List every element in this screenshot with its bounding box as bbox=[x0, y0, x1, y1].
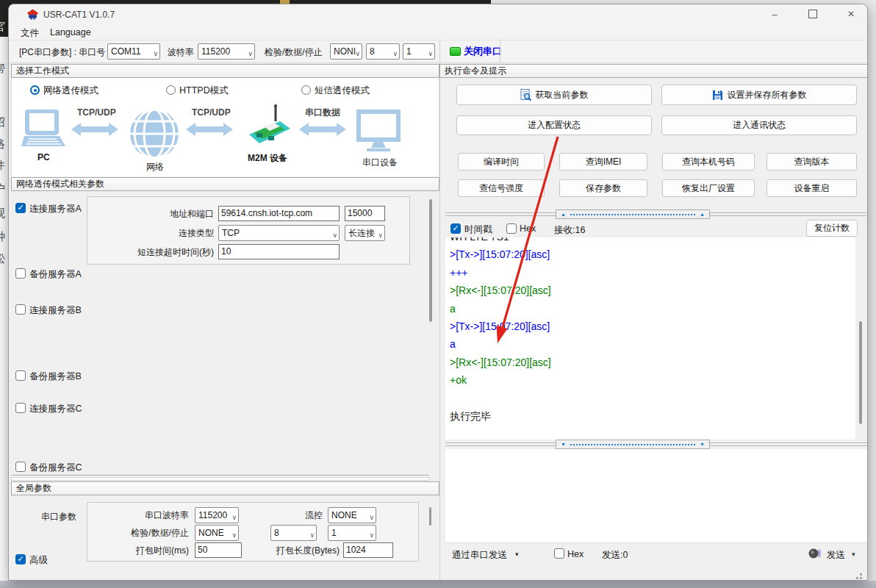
signal-strength-button[interactable]: 查信号强度 bbox=[458, 179, 545, 197]
log-line: WH LTE 7S1 bbox=[450, 237, 551, 245]
pack-len-input[interactable]: 1024 bbox=[343, 542, 393, 558]
g-stopbits-select[interactable]: 1 bbox=[328, 525, 376, 541]
advanced-label[interactable]: 高级 bbox=[29, 554, 48, 567]
radio-net-passthrough[interactable] bbox=[30, 85, 40, 95]
save-all-params-label: 设置并保存所有参数 bbox=[728, 89, 807, 101]
g-baud-label: 串口波特率 bbox=[115, 509, 189, 522]
log-line: a bbox=[450, 335, 551, 353]
enter-comm-label: 进入通讯状态 bbox=[733, 119, 786, 132]
factory-reset-button[interactable]: 恢复出厂设置 bbox=[662, 179, 755, 197]
resize-grip[interactable] bbox=[856, 577, 858, 579]
query-number-button[interactable]: 查询本机号码 bbox=[662, 153, 755, 171]
g-baud-select[interactable]: 115200 bbox=[195, 507, 239, 523]
send-hex-label[interactable]: Hex bbox=[567, 549, 584, 559]
app-logo-icon bbox=[26, 8, 39, 21]
timestamp-label[interactable]: 时间戳 bbox=[464, 223, 492, 236]
pack-len-label: 打包长度(Bytes) bbox=[268, 545, 340, 557]
send-button[interactable]: 发送 bbox=[827, 549, 845, 562]
resize-grip[interactable] bbox=[860, 577, 862, 579]
advanced-checkbox[interactable] bbox=[15, 554, 26, 564]
com-port-select[interactable]: COM11 bbox=[107, 43, 160, 60]
log-line: a bbox=[450, 300, 551, 318]
device-restart-button[interactable]: 设备重启 bbox=[766, 179, 857, 197]
left-lower-scrollbar-thumb[interactable] bbox=[429, 507, 431, 526]
g-databits-select[interactable]: 8 bbox=[270, 525, 317, 541]
title-bar[interactable]: USR-CAT1 V1.0.7 – ✕ bbox=[9, 4, 867, 24]
backup-server-a-label[interactable]: 备份服务器A bbox=[29, 268, 82, 281]
baud-select[interactable]: 115200 bbox=[198, 43, 255, 60]
left-horizontal-scrollbar[interactable] bbox=[11, 475, 429, 481]
backup-server-b-label[interactable]: 备份服务器B bbox=[29, 370, 82, 383]
g-flow-select[interactable]: NONE bbox=[328, 507, 376, 523]
server-b-checkbox[interactable] bbox=[15, 304, 26, 315]
radio-sms-passthrough[interactable] bbox=[301, 85, 311, 95]
send-hex-checkbox[interactable] bbox=[554, 548, 564, 559]
radio-httpd[interactable] bbox=[166, 85, 176, 95]
send-via-dropdown[interactable]: 通过串口发送 bbox=[452, 549, 507, 562]
compile-time-button[interactable]: 编译时间 bbox=[458, 153, 545, 171]
server-a-label[interactable]: 连接服务器A bbox=[29, 203, 82, 215]
commands-panel-header: 执行命令及提示 bbox=[439, 64, 868, 78]
backup-server-b-checkbox[interactable] bbox=[15, 370, 26, 381]
left-vertical-scrollbar-thumb[interactable] bbox=[429, 199, 432, 322]
taskbar-edge bbox=[0, 581, 876, 588]
net-params-panel-header: 网络透传模式相关参数 bbox=[11, 177, 439, 191]
radio-httpd-label[interactable]: HTTPD模式 bbox=[179, 85, 229, 97]
close-port-button[interactable]: 关闭串口 bbox=[464, 45, 502, 58]
enter-comm-button[interactable]: 进入通讯状态 bbox=[661, 115, 857, 135]
log-output-area[interactable]: WH LTE 7S1 >[Tx->][15:07:20][asc] +++ >[… bbox=[445, 237, 855, 440]
menu-file[interactable]: 文件 bbox=[18, 26, 42, 40]
query-version-label: 查询版本 bbox=[794, 156, 830, 168]
work-mode-panel-header: 选择工作模式 bbox=[11, 64, 439, 78]
databits-select[interactable]: 8 bbox=[366, 43, 400, 60]
conn-mode-select[interactable]: 长连接 bbox=[345, 225, 385, 241]
log-scrollbar-thumb[interactable] bbox=[859, 321, 862, 424]
menu-language[interactable]: Language bbox=[47, 26, 94, 38]
log-hex-checkbox[interactable] bbox=[506, 223, 517, 234]
serial-device-monitor-icon bbox=[356, 110, 401, 154]
recv-count: 接收:16 bbox=[554, 224, 585, 237]
radio-net-passthrough-label[interactable]: 网络透传模式 bbox=[43, 85, 98, 97]
backup-server-c-checkbox[interactable] bbox=[15, 462, 26, 472]
send-via-caret-icon[interactable]: ▾ bbox=[515, 551, 519, 558]
get-params-button[interactable]: 获取当前参数 bbox=[456, 85, 652, 105]
enter-config-button[interactable]: 进入配置状态 bbox=[456, 115, 652, 135]
g-parity-select[interactable]: NONE bbox=[195, 525, 239, 541]
resize-grip[interactable] bbox=[860, 573, 862, 576]
minimize-button[interactable]: – bbox=[758, 4, 791, 24]
server-a-checkbox[interactable] bbox=[15, 203, 26, 213]
server-c-checkbox[interactable] bbox=[15, 403, 26, 413]
save-all-params-button[interactable]: 设置并保存所有参数 bbox=[661, 85, 857, 105]
server-a-port-input[interactable]: 15000 bbox=[345, 206, 385, 221]
log-hex-label[interactable]: Hex bbox=[520, 223, 536, 234]
maximize-button[interactable] bbox=[796, 4, 830, 24]
reset-count-button[interactable]: 复位计数 bbox=[806, 220, 858, 237]
splitter-dots bbox=[570, 214, 695, 215]
query-version-button[interactable]: 查询版本 bbox=[766, 153, 857, 171]
timestamp-checkbox[interactable] bbox=[450, 223, 461, 234]
send-sound-icon bbox=[808, 547, 821, 560]
radio-sms-passthrough-label[interactable]: 短信透传模式 bbox=[315, 85, 370, 97]
log-line: >[Rx<-][15:07:20][asc] bbox=[450, 282, 551, 299]
parity-select[interactable]: NONI bbox=[330, 43, 362, 60]
send-caret-icon[interactable]: ▾ bbox=[852, 551, 855, 558]
query-number-label: 查询本机号码 bbox=[682, 156, 735, 168]
close-button[interactable]: ✕ bbox=[834, 4, 868, 24]
log-splitter-handle[interactable]: ▲ ▲ bbox=[556, 209, 710, 219]
send-input-area[interactable] bbox=[445, 449, 868, 542]
send-splitter-handle[interactable]: ▼ ▼ bbox=[556, 440, 710, 449]
short-conn-timeout-input[interactable]: 10 bbox=[218, 244, 340, 259]
conn-type-select[interactable]: TCP bbox=[218, 225, 340, 241]
save-params-button[interactable]: 保存参数 bbox=[559, 179, 647, 197]
pack-time-input[interactable]: 50 bbox=[195, 542, 242, 558]
backup-server-c-label[interactable]: 备份服务器C bbox=[29, 462, 82, 474]
log-line: >[Tx->][15:07:20][asc] bbox=[450, 318, 551, 335]
stopbits-select[interactable]: 1 bbox=[403, 43, 435, 60]
server-a-address-input[interactable]: 59614.cnsh.iot-tcp.com bbox=[218, 206, 340, 221]
server-c-label[interactable]: 连接服务器C bbox=[29, 403, 82, 415]
backup-server-a-checkbox[interactable] bbox=[15, 268, 26, 279]
window-title: USR-CAT1 V1.0.7 bbox=[43, 10, 115, 20]
serial-toolbar: [PC串口参数] : 串口号 COM11 波特率 115200 检验/数据/停止… bbox=[9, 40, 867, 63]
server-b-label[interactable]: 连接服务器B bbox=[29, 304, 82, 317]
query-imei-button[interactable]: 查询IMEI bbox=[559, 153, 647, 171]
